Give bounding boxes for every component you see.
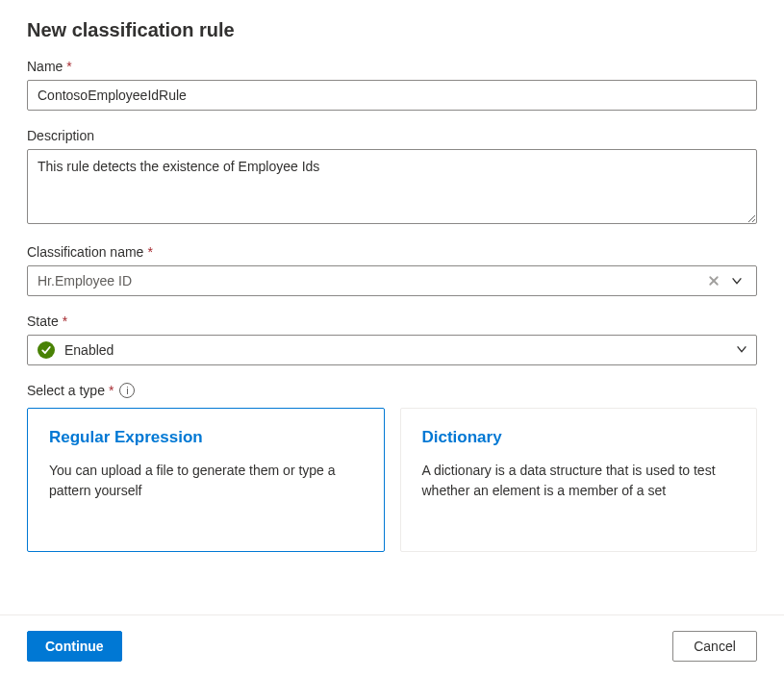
state-value: Enabled bbox=[64, 342, 735, 358]
classification-name-value: Hr.Employee ID bbox=[38, 273, 702, 288]
form-content: New classification rule Name * Descripti… bbox=[0, 0, 784, 614]
page-title: New classification rule bbox=[27, 19, 757, 41]
state-label: State bbox=[27, 313, 59, 329]
field-description: Description This rule detects the existe… bbox=[27, 128, 757, 227]
required-indicator: * bbox=[66, 59, 71, 74]
classification-name-combobox[interactable]: Hr.Employee ID bbox=[27, 265, 757, 296]
name-input[interactable] bbox=[27, 80, 757, 111]
field-select-type: Select a type * i Regular Expression You… bbox=[27, 383, 757, 552]
checkmark-circle-icon bbox=[38, 341, 55, 359]
state-dropdown[interactable]: Enabled bbox=[27, 335, 757, 365]
field-state: State * Enabled bbox=[27, 313, 757, 365]
type-card-title: Regular Expression bbox=[49, 428, 363, 447]
required-indicator: * bbox=[147, 244, 152, 260]
name-label-row: Name * bbox=[27, 59, 757, 74]
type-cards: Regular Expression You can upload a file… bbox=[27, 408, 757, 552]
field-classification-name: Classification name * Hr.Employee ID bbox=[27, 244, 757, 296]
type-card-dictionary[interactable]: Dictionary A dictionary is a data struct… bbox=[400, 408, 758, 552]
description-textarea[interactable]: This rule detects the existence of Emplo… bbox=[27, 149, 757, 224]
type-card-description: You can upload a file to generate them o… bbox=[49, 461, 363, 501]
description-label: Description bbox=[27, 128, 94, 143]
select-type-label-row: Select a type * i bbox=[27, 383, 757, 398]
info-icon[interactable]: i bbox=[119, 383, 135, 398]
type-card-regex[interactable]: Regular Expression You can upload a file… bbox=[27, 408, 385, 552]
footer-bar: Continue Cancel bbox=[0, 614, 784, 677]
page-root: New classification rule Name * Descripti… bbox=[0, 0, 784, 677]
field-name: Name * bbox=[27, 59, 757, 111]
chevron-down-icon[interactable] bbox=[735, 342, 748, 359]
required-indicator: * bbox=[109, 383, 114, 398]
name-label: Name bbox=[27, 59, 63, 74]
classification-name-label: Classification name bbox=[27, 244, 143, 260]
clear-icon[interactable] bbox=[702, 275, 725, 287]
cancel-button[interactable]: Cancel bbox=[672, 631, 757, 662]
select-type-label: Select a type bbox=[27, 383, 105, 398]
chevron-down-icon[interactable] bbox=[725, 269, 748, 292]
classification-name-combo-wrap: Hr.Employee ID bbox=[27, 265, 757, 296]
required-indicator: * bbox=[63, 313, 67, 329]
type-card-description: A dictionary is a data structure that is… bbox=[422, 461, 736, 501]
classification-name-label-row: Classification name * bbox=[27, 244, 757, 260]
type-card-title: Dictionary bbox=[422, 428, 736, 447]
continue-button[interactable]: Continue bbox=[27, 631, 122, 662]
state-label-row: State * bbox=[27, 313, 757, 329]
description-label-row: Description bbox=[27, 128, 757, 143]
